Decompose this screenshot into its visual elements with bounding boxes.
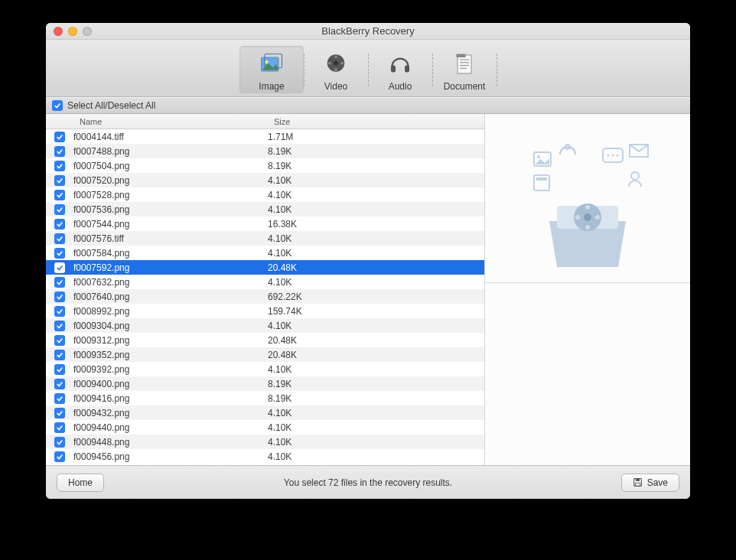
table-row[interactable]: f0007528.png4.10K — [46, 187, 484, 202]
row-checkbox[interactable] — [54, 190, 65, 200]
row-checkbox[interactable] — [54, 132, 65, 142]
row-checkbox[interactable] — [54, 277, 65, 288]
file-name: f0009432.png — [73, 408, 268, 418]
row-checkbox[interactable] — [54, 437, 65, 448]
row-checkbox[interactable] — [54, 161, 65, 171]
select-all-bar: Select All/Deselect All — [46, 97, 690, 114]
row-checkbox[interactable] — [54, 146, 65, 157]
tab-video[interactable]: Video — [304, 46, 368, 93]
file-size: 4.10K — [268, 422, 484, 433]
file-size: 4.10K — [268, 437, 484, 448]
file-name: f0004144.tiff — [73, 132, 268, 142]
column-size[interactable]: Size — [268, 117, 484, 126]
table-row[interactable]: f0009456.png4.10K — [46, 449, 484, 464]
table-row[interactable]: f0007520.png4.10K — [46, 173, 484, 187]
column-name[interactable]: Name — [73, 117, 268, 126]
video-icon — [322, 50, 350, 78]
file-size: 1.71M — [268, 132, 484, 142]
file-size: 692.22K — [268, 291, 484, 302]
svg-rect-9 — [391, 66, 396, 73]
svg-point-6 — [340, 62, 344, 65]
table-row[interactable]: f0007544.png16.38K — [46, 217, 484, 231]
table-row[interactable]: f0007592.png20.48K — [46, 260, 484, 275]
file-size: 8.19K — [268, 379, 484, 389]
file-rows[interactable]: f0004144.tiff1.71Mf0007488.png8.19Kf0007… — [46, 129, 484, 465]
file-name: f0009440.png — [73, 422, 268, 433]
content-area: Name Size f0004144.tiff1.71Mf0007488.png… — [46, 114, 690, 465]
row-checkbox[interactable] — [54, 321, 65, 331]
preview-illustration-icon — [511, 129, 664, 282]
svg-point-28 — [607, 155, 610, 157]
table-row[interactable]: f0009448.png4.10K — [46, 435, 484, 449]
file-size: 159.74K — [268, 306, 484, 317]
row-checkbox[interactable] — [54, 204, 65, 215]
tab-audio-label: Audio — [389, 81, 412, 92]
svg-rect-10 — [405, 66, 409, 73]
row-checkbox[interactable] — [54, 248, 65, 259]
row-checkbox[interactable] — [54, 233, 65, 244]
table-row[interactable]: f0007584.png4.10K — [46, 246, 484, 260]
row-checkbox[interactable] — [54, 379, 65, 389]
file-size: 20.48K — [268, 350, 484, 360]
row-checkbox[interactable] — [54, 262, 65, 273]
table-row[interactable]: f0009416.png8.19K — [46, 391, 484, 405]
table-row[interactable]: f0007632.png4.10K — [46, 275, 484, 289]
table-row[interactable]: f0007640.png692.22K — [46, 289, 484, 304]
table-row[interactable]: f0007488.png8.19K — [46, 144, 484, 158]
table-row[interactable]: f0009304.png4.10K — [46, 318, 484, 333]
file-name: f0007520.png — [73, 175, 268, 186]
tab-image[interactable]: Image — [239, 46, 304, 93]
file-size: 4.10K — [268, 175, 484, 186]
row-checkbox[interactable] — [54, 422, 65, 433]
table-row[interactable]: f0004144.tiff1.71M — [46, 129, 484, 144]
table-row[interactable]: f0009432.png4.10K — [46, 405, 484, 420]
svg-point-22 — [585, 225, 590, 230]
table-header: Name Size — [46, 114, 484, 129]
file-size: 4.10K — [268, 321, 484, 331]
app-window: BlackBerry Recovery Image Video — [46, 23, 690, 499]
file-name: f0009400.png — [73, 379, 268, 389]
file-size: 20.48K — [268, 335, 484, 346]
file-name: f0007640.png — [73, 291, 268, 302]
table-row[interactable]: f0009392.png4.10K — [46, 362, 484, 376]
table-row[interactable]: f0009312.png20.48K — [46, 333, 484, 347]
svg-point-20 — [585, 205, 590, 210]
svg-point-25 — [537, 155, 540, 158]
table-row[interactable]: f0009352.png20.48K — [46, 347, 484, 362]
row-checkbox[interactable] — [54, 219, 65, 230]
file-name: f0009312.png — [73, 335, 268, 346]
select-all-checkbox[interactable] — [52, 100, 63, 111]
table-row[interactable]: f0007576.tiff4.10K — [46, 231, 484, 246]
row-checkbox[interactable] — [54, 291, 65, 302]
file-name: f0007528.png — [73, 190, 268, 200]
table-row[interactable]: f0007504.png8.19K — [46, 158, 484, 173]
file-name: f0009448.png — [73, 437, 268, 448]
tab-document-label: Document — [444, 81, 486, 92]
preview-pane — [485, 114, 690, 465]
table-row[interactable]: f0009400.png8.19K — [46, 376, 484, 391]
table-row[interactable]: f0009440.png4.10K — [46, 420, 484, 435]
row-checkbox[interactable] — [54, 393, 65, 404]
file-size: 4.10K — [268, 277, 484, 288]
row-checkbox[interactable] — [54, 306, 65, 317]
row-checkbox[interactable] — [54, 451, 65, 462]
file-size: 16.38K — [268, 219, 484, 230]
row-checkbox[interactable] — [54, 335, 65, 346]
file-size: 4.10K — [268, 408, 484, 418]
file-size: 4.10K — [268, 364, 484, 375]
file-name: f0007632.png — [73, 277, 268, 288]
svg-point-23 — [575, 215, 580, 220]
file-size: 4.10K — [268, 248, 484, 259]
row-checkbox[interactable] — [54, 350, 65, 360]
tab-document[interactable]: Document — [432, 46, 497, 93]
titlebar: BlackBerry Recovery — [46, 23, 690, 40]
file-size: 4.10K — [268, 233, 484, 244]
row-checkbox[interactable] — [54, 364, 65, 375]
table-row[interactable]: f0008992.png159.74K — [46, 304, 484, 318]
table-row[interactable]: f0007536.png4.10K — [46, 202, 484, 217]
svg-point-21 — [595, 215, 600, 220]
tab-audio[interactable]: Audio — [368, 46, 432, 93]
row-checkbox[interactable] — [54, 175, 65, 186]
row-checkbox[interactable] — [54, 408, 65, 418]
svg-point-5 — [334, 55, 337, 58]
